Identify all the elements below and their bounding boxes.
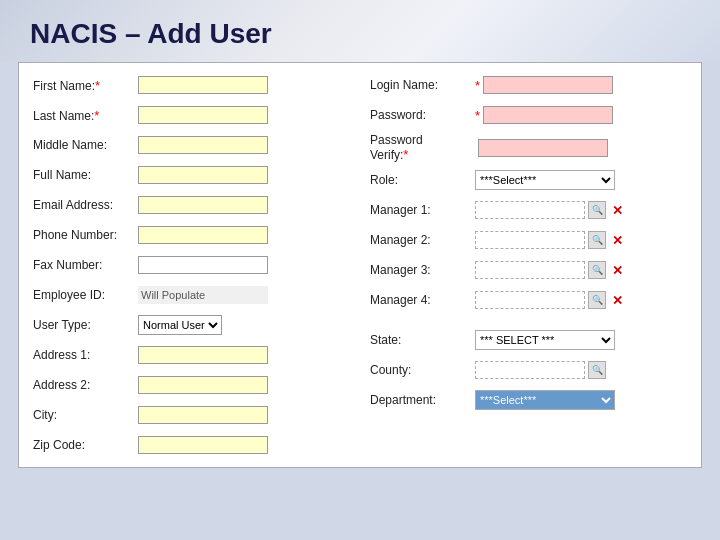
manager3-label: Manager 3: bbox=[370, 263, 475, 277]
first-name-label: First Name:* bbox=[33, 78, 138, 93]
employee-id-input bbox=[138, 286, 268, 304]
address2-label: Address 2: bbox=[33, 378, 138, 392]
required-star: * bbox=[403, 147, 408, 162]
login-name-input[interactable] bbox=[483, 76, 613, 94]
password-verify-label: PasswordVerify:* bbox=[370, 133, 475, 162]
city-label: City: bbox=[33, 408, 138, 422]
manager3-remove-button[interactable]: ✕ bbox=[609, 262, 625, 278]
middle-name-row: Middle Name: bbox=[33, 133, 350, 157]
last-name-row: Last Name:* bbox=[33, 103, 350, 127]
manager2-remove-button[interactable]: ✕ bbox=[609, 232, 625, 248]
manager4-input[interactable] bbox=[475, 291, 585, 309]
phone-row: Phone Number: bbox=[33, 223, 350, 247]
manager1-search-button[interactable]: 🔍 bbox=[588, 201, 606, 219]
required-star: * bbox=[475, 78, 480, 93]
employee-id-label: Employee ID: bbox=[33, 288, 138, 302]
left-column: First Name:* Last Name:* Middle Name: Fu… bbox=[33, 73, 350, 457]
city-row: City: bbox=[33, 403, 350, 427]
county-row: County: 🔍 bbox=[370, 358, 687, 382]
county-controls: 🔍 bbox=[475, 361, 606, 379]
manager1-controls: 🔍 ✕ bbox=[475, 201, 625, 219]
city-input[interactable] bbox=[138, 406, 268, 424]
address2-input[interactable] bbox=[138, 376, 268, 394]
county-label: County: bbox=[370, 363, 475, 377]
role-select[interactable]: ***Select*** bbox=[475, 170, 615, 190]
login-name-row: Login Name: * bbox=[370, 73, 687, 97]
spacer bbox=[370, 318, 687, 322]
state-label: State: bbox=[370, 333, 475, 347]
password-input[interactable] bbox=[483, 106, 613, 124]
manager1-row: Manager 1: 🔍 ✕ bbox=[370, 198, 687, 222]
address1-row: Address 1: bbox=[33, 343, 350, 367]
manager1-remove-button[interactable]: ✕ bbox=[609, 202, 625, 218]
manager4-label: Manager 4: bbox=[370, 293, 475, 307]
required-star: * bbox=[94, 108, 99, 123]
manager3-row: Manager 3: 🔍 ✕ bbox=[370, 258, 687, 282]
state-select[interactable]: *** SELECT *** bbox=[475, 330, 615, 350]
manager2-input[interactable] bbox=[475, 231, 585, 249]
address2-row: Address 2: bbox=[33, 373, 350, 397]
department-row: Department: ***Select*** bbox=[370, 388, 687, 412]
department-label: Department: bbox=[370, 393, 475, 407]
email-input[interactable] bbox=[138, 196, 268, 214]
role-label: Role: bbox=[370, 173, 475, 187]
password-row: Password: * bbox=[370, 103, 687, 127]
login-name-label: Login Name: bbox=[370, 78, 475, 92]
full-name-input[interactable] bbox=[138, 166, 268, 184]
fax-row: Fax Number: bbox=[33, 253, 350, 277]
fax-input[interactable] bbox=[138, 256, 268, 274]
user-type-row: User Type: Normal User Admin bbox=[33, 313, 350, 337]
email-row: Email Address: bbox=[33, 193, 350, 217]
first-name-input[interactable] bbox=[138, 76, 268, 94]
role-row: Role: ***Select*** bbox=[370, 168, 687, 192]
address1-label: Address 1: bbox=[33, 348, 138, 362]
manager4-search-button[interactable]: 🔍 bbox=[588, 291, 606, 309]
form-container: First Name:* Last Name:* Middle Name: Fu… bbox=[18, 62, 702, 468]
zip-row: Zip Code: bbox=[33, 433, 350, 457]
manager2-controls: 🔍 ✕ bbox=[475, 231, 625, 249]
department-select[interactable]: ***Select*** bbox=[475, 390, 615, 410]
user-type-select[interactable]: Normal User Admin bbox=[138, 315, 222, 335]
phone-input[interactable] bbox=[138, 226, 268, 244]
full-name-label: Full Name: bbox=[33, 168, 138, 182]
manager1-input[interactable] bbox=[475, 201, 585, 219]
phone-label: Phone Number: bbox=[33, 228, 138, 242]
middle-name-input[interactable] bbox=[138, 136, 268, 154]
user-type-label: User Type: bbox=[33, 318, 138, 332]
employee-id-row: Employee ID: bbox=[33, 283, 350, 307]
right-column: Login Name: * Password: * PasswordVerify… bbox=[370, 73, 687, 457]
email-label: Email Address: bbox=[33, 198, 138, 212]
manager2-label: Manager 2: bbox=[370, 233, 475, 247]
last-name-label: Last Name:* bbox=[33, 108, 138, 123]
zip-label: Zip Code: bbox=[33, 438, 138, 452]
manager4-remove-button[interactable]: ✕ bbox=[609, 292, 625, 308]
manager2-search-button[interactable]: 🔍 bbox=[588, 231, 606, 249]
manager4-row: Manager 4: 🔍 ✕ bbox=[370, 288, 687, 312]
address1-input[interactable] bbox=[138, 346, 268, 364]
first-name-row: First Name:* bbox=[33, 73, 350, 97]
password-label: Password: bbox=[370, 108, 475, 122]
header: NACIS – Add User bbox=[0, 0, 720, 62]
password-verify-input[interactable] bbox=[478, 139, 608, 157]
password-verify-row: PasswordVerify:* bbox=[370, 133, 687, 162]
manager3-search-button[interactable]: 🔍 bbox=[588, 261, 606, 279]
manager3-input[interactable] bbox=[475, 261, 585, 279]
manager4-controls: 🔍 ✕ bbox=[475, 291, 625, 309]
page-title: NACIS – Add User bbox=[30, 18, 272, 50]
state-row: State: *** SELECT *** bbox=[370, 328, 687, 352]
required-star: * bbox=[95, 78, 100, 93]
zip-input[interactable] bbox=[138, 436, 268, 454]
manager2-row: Manager 2: 🔍 ✕ bbox=[370, 228, 687, 252]
manager3-controls: 🔍 ✕ bbox=[475, 261, 625, 279]
full-name-row: Full Name: bbox=[33, 163, 350, 187]
manager1-label: Manager 1: bbox=[370, 203, 475, 217]
required-star: * bbox=[475, 108, 480, 123]
county-input[interactable] bbox=[475, 361, 585, 379]
county-search-button[interactable]: 🔍 bbox=[588, 361, 606, 379]
last-name-input[interactable] bbox=[138, 106, 268, 124]
fax-label: Fax Number: bbox=[33, 258, 138, 272]
middle-name-label: Middle Name: bbox=[33, 138, 138, 152]
